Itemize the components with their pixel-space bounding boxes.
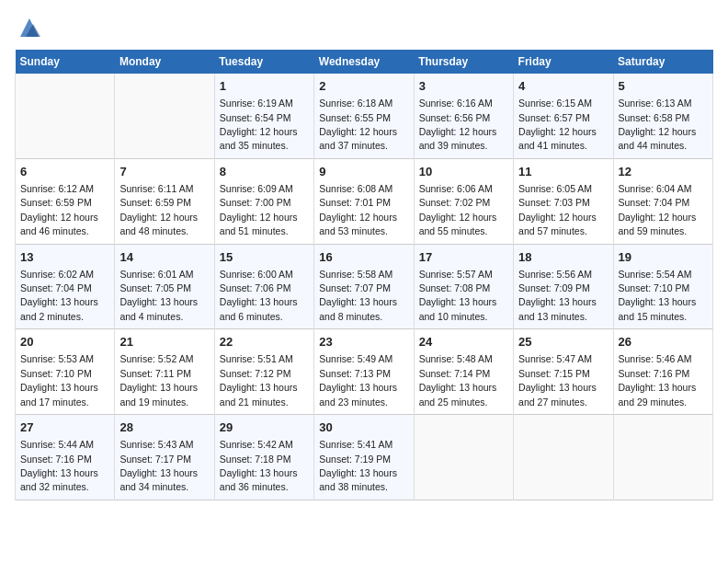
day-number: 1 [220,78,309,95]
calendar-cell: 19Sunrise: 5:54 AM Sunset: 7:10 PM Dayli… [613,244,712,329]
calendar-cell: 13Sunrise: 6:02 AM Sunset: 7:04 PM Dayli… [16,244,115,329]
day-info: Sunrise: 5:49 AM Sunset: 7:13 PM Dayligh… [319,353,397,407]
day-number: 24 [419,334,508,350]
day-number: 27 [20,419,109,436]
day-info: Sunrise: 5:57 AM Sunset: 7:08 PM Dayligh… [419,269,497,322]
day-info: Sunrise: 6:11 AM Sunset: 6:59 PM Dayligh… [119,183,198,236]
calendar-cell: 30Sunrise: 5:41 AM Sunset: 7:19 PM Dayli… [314,415,414,500]
day-info: Sunrise: 5:43 AM Sunset: 7:17 PM Dayligh… [119,439,198,492]
calendar-cell: 9Sunrise: 6:08 AM Sunset: 7:01 PM Daylig… [314,158,414,244]
day-number: 14 [119,249,209,266]
day-info: Sunrise: 5:44 AM Sunset: 7:16 PM Dayligh… [20,439,98,492]
day-info: Sunrise: 6:15 AM Sunset: 6:57 PM Dayligh… [518,98,597,151]
day-number: 25 [518,334,608,350]
calendar-week-row: 20Sunrise: 5:53 AM Sunset: 7:10 PM Dayli… [16,329,713,415]
calendar-cell: 24Sunrise: 5:48 AM Sunset: 7:14 PM Dayli… [414,329,513,415]
day-info: Sunrise: 6:16 AM Sunset: 6:56 PM Dayligh… [419,98,497,151]
day-number: 29 [220,419,309,436]
calendar-week-row: 6Sunrise: 6:12 AM Sunset: 6:59 PM Daylig… [16,158,713,244]
header-row: SundayMondayTuesdayWednesdayThursdayFrid… [16,50,713,74]
day-header: Monday [115,50,214,74]
day-info: Sunrise: 6:09 AM Sunset: 7:00 PM Dayligh… [220,183,298,236]
logo [15,15,42,40]
day-header: Friday [514,50,613,74]
calendar-cell: 10Sunrise: 6:06 AM Sunset: 7:02 PM Dayli… [414,158,513,244]
day-number: 10 [419,164,508,180]
calendar-cell: 22Sunrise: 5:51 AM Sunset: 7:12 PM Dayli… [214,329,313,415]
day-number: 9 [319,164,408,180]
calendar-cell [514,415,613,500]
calendar-cell: 12Sunrise: 6:04 AM Sunset: 7:04 PM Dayli… [613,158,712,244]
day-info: Sunrise: 5:47 AM Sunset: 7:15 PM Dayligh… [518,353,597,407]
calendar-cell: 21Sunrise: 5:52 AM Sunset: 7:11 PM Dayli… [115,329,214,415]
day-info: Sunrise: 5:48 AM Sunset: 7:14 PM Dayligh… [419,353,497,407]
day-number: 18 [518,249,608,266]
calendar-cell: 14Sunrise: 6:01 AM Sunset: 7:05 PM Dayli… [115,244,214,329]
calendar-cell: 4Sunrise: 6:15 AM Sunset: 6:57 PM Daylig… [514,74,613,158]
day-number: 28 [119,419,209,436]
day-info: Sunrise: 5:58 AM Sunset: 7:07 PM Dayligh… [319,269,397,322]
day-number: 3 [419,78,508,95]
day-info: Sunrise: 6:04 AM Sunset: 7:04 PM Dayligh… [619,183,697,236]
calendar-week-row: 27Sunrise: 5:44 AM Sunset: 7:16 PM Dayli… [16,415,713,500]
calendar-week-row: 1Sunrise: 6:19 AM Sunset: 6:54 PM Daylig… [16,74,713,158]
calendar-cell: 8Sunrise: 6:09 AM Sunset: 7:00 PM Daylig… [214,158,313,244]
calendar-cell: 6Sunrise: 6:12 AM Sunset: 6:59 PM Daylig… [16,158,115,244]
day-number: 16 [319,249,408,266]
day-header: Thursday [414,50,513,74]
day-info: Sunrise: 5:53 AM Sunset: 7:10 PM Dayligh… [20,353,98,407]
day-info: Sunrise: 5:52 AM Sunset: 7:11 PM Dayligh… [119,353,198,407]
calendar-cell [613,415,712,500]
calendar-cell: 25Sunrise: 5:47 AM Sunset: 7:15 PM Dayli… [514,329,613,415]
day-header: Tuesday [214,50,313,74]
day-number: 21 [119,334,209,350]
calendar-cell: 28Sunrise: 5:43 AM Sunset: 7:17 PM Dayli… [115,415,214,500]
day-info: Sunrise: 5:42 AM Sunset: 7:18 PM Dayligh… [220,439,298,492]
day-number: 23 [319,334,408,350]
day-number: 22 [220,334,309,350]
day-number: 20 [20,334,109,350]
day-number: 26 [619,334,708,350]
day-info: Sunrise: 5:51 AM Sunset: 7:12 PM Dayligh… [220,353,298,407]
calendar-cell: 7Sunrise: 6:11 AM Sunset: 6:59 PM Daylig… [115,158,214,244]
calendar-cell: 11Sunrise: 6:05 AM Sunset: 7:03 PM Dayli… [514,158,613,244]
day-number: 12 [619,164,708,180]
day-number: 7 [119,164,209,180]
day-info: Sunrise: 6:18 AM Sunset: 6:55 PM Dayligh… [319,98,397,151]
calendar-cell: 15Sunrise: 6:00 AM Sunset: 7:06 PM Dayli… [214,244,313,329]
calendar-table: SundayMondayTuesdayWednesdayThursdayFrid… [15,50,713,500]
day-info: Sunrise: 5:46 AM Sunset: 7:16 PM Dayligh… [619,353,697,407]
day-number: 5 [619,78,708,95]
header [15,15,713,40]
calendar-week-row: 13Sunrise: 6:02 AM Sunset: 7:04 PM Dayli… [16,244,713,329]
calendar-cell: 27Sunrise: 5:44 AM Sunset: 7:16 PM Dayli… [16,415,115,500]
day-info: Sunrise: 5:41 AM Sunset: 7:19 PM Dayligh… [319,439,397,492]
day-number: 8 [220,164,309,180]
day-number: 13 [20,249,109,266]
day-info: Sunrise: 6:02 AM Sunset: 7:04 PM Dayligh… [20,269,98,322]
calendar-cell: 17Sunrise: 5:57 AM Sunset: 7:08 PM Dayli… [414,244,513,329]
day-number: 19 [619,249,708,266]
day-number: 11 [518,164,608,180]
calendar-cell: 2Sunrise: 6:18 AM Sunset: 6:55 PM Daylig… [314,74,414,158]
calendar-cell: 16Sunrise: 5:58 AM Sunset: 7:07 PM Dayli… [314,244,414,329]
day-info: Sunrise: 6:08 AM Sunset: 7:01 PM Dayligh… [319,183,397,236]
calendar-cell [414,415,513,500]
calendar-cell: 3Sunrise: 6:16 AM Sunset: 6:56 PM Daylig… [414,74,513,158]
day-info: Sunrise: 6:13 AM Sunset: 6:58 PM Dayligh… [619,98,697,151]
day-info: Sunrise: 6:05 AM Sunset: 7:03 PM Dayligh… [518,183,597,236]
day-number: 4 [518,78,608,95]
day-number: 2 [319,78,408,95]
day-number: 17 [419,249,508,266]
day-header: Saturday [613,50,712,74]
calendar-cell: 20Sunrise: 5:53 AM Sunset: 7:10 PM Dayli… [16,329,115,415]
day-header: Sunday [16,50,115,74]
day-info: Sunrise: 6:01 AM Sunset: 7:05 PM Dayligh… [119,269,198,322]
day-info: Sunrise: 6:19 AM Sunset: 6:54 PM Dayligh… [220,98,298,151]
calendar-cell: 1Sunrise: 6:19 AM Sunset: 6:54 PM Daylig… [214,74,313,158]
day-number: 15 [220,249,309,266]
calendar-cell [115,74,214,158]
day-info: Sunrise: 6:00 AM Sunset: 7:06 PM Dayligh… [220,269,298,322]
calendar-cell: 18Sunrise: 5:56 AM Sunset: 7:09 PM Dayli… [514,244,613,329]
calendar-cell: 23Sunrise: 5:49 AM Sunset: 7:13 PM Dayli… [314,329,414,415]
